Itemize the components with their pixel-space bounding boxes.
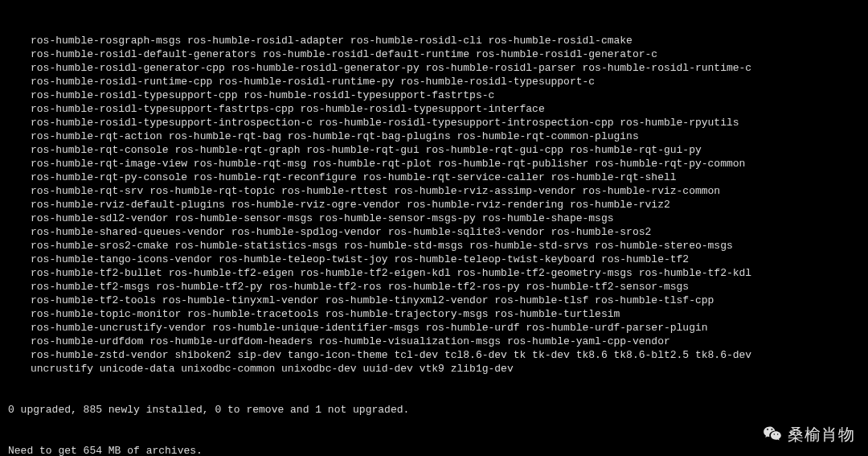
package-line: ros-humble-rosidl-default-generators ros…	[8, 47, 860, 61]
summary-upgrade: 0 upgraded, 885 newly installed, 0 to re…	[8, 403, 860, 417]
package-line: ros-humble-rqt-action ros-humble-rqt-bag…	[8, 129, 860, 143]
package-line: ros-humble-topic-monitor ros-humble-trac…	[8, 307, 860, 321]
package-line: ros-humble-rviz-default-plugins ros-humb…	[8, 198, 860, 212]
package-line: ros-humble-tf2-bullet ros-humble-tf2-eig…	[8, 266, 860, 280]
package-line: ros-humble-rosidl-generator-cpp ros-humb…	[8, 61, 860, 75]
package-line: ros-humble-tf2-msgs ros-humble-tf2-py ro…	[8, 280, 860, 294]
package-line: ros-humble-tf2-tools ros-humble-tinyxml-…	[8, 294, 860, 307]
terminal-output: ros-humble-rosgraph-msgs ros-humble-rosi…	[0, 0, 868, 456]
package-line: ros-humble-rqt-py-console ros-humble-rqt…	[8, 170, 860, 184]
package-list: ros-humble-rosgraph-msgs ros-humble-rosi…	[8, 34, 860, 376]
package-line: ros-humble-rosidl-typesupport-introspect…	[8, 116, 860, 129]
package-line: ros-humble-rosidl-runtime-cpp ros-humble…	[8, 75, 860, 88]
package-line: ros-humble-rqt-srv ros-humble-rqt-topic …	[8, 184, 860, 198]
package-line: ros-humble-rosidl-typesupport-cpp ros-hu…	[8, 88, 860, 102]
package-line: ros-humble-sdl2-vendor ros-humble-sensor…	[8, 212, 860, 225]
package-line: ros-humble-rqt-image-view ros-humble-rqt…	[8, 157, 860, 170]
summary-need-get: Need to get 654 MB of archives.	[8, 444, 860, 456]
package-line: ros-humble-urdfdom ros-humble-urdfdom-he…	[8, 335, 860, 348]
package-line: ros-humble-rosidl-typesupport-fastrtps-c…	[8, 102, 860, 116]
package-line: ros-humble-tango-icons-vendor ros-humble…	[8, 253, 860, 266]
package-line: ros-humble-zstd-vendor shiboken2 sip-dev…	[8, 348, 860, 362]
package-line: ros-humble-sros2-cmake ros-humble-statis…	[8, 239, 860, 253]
package-line: ros-humble-rqt-console ros-humble-rqt-gr…	[8, 143, 860, 157]
package-line: ros-humble-shared-queues-vendor ros-humb…	[8, 225, 860, 239]
package-line: uncrustify unicode-data unixodbc-common …	[8, 362, 860, 376]
package-line: ros-humble-rosgraph-msgs ros-humble-rosi…	[8, 34, 860, 47]
package-line: ros-humble-uncrustify-vendor ros-humble-…	[8, 321, 860, 335]
